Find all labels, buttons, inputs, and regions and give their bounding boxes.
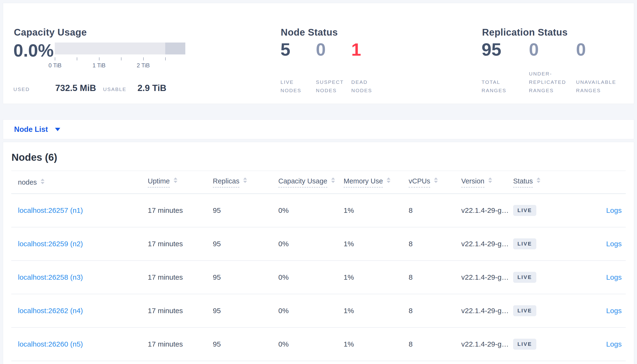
status-badge: LIVE xyxy=(513,339,536,350)
under-replicated-ranges-metric: 0 UNDER-REPLICATED RANGES xyxy=(529,41,572,94)
capacity-bar-dark-segment xyxy=(165,42,185,54)
replicas-cell: 95 xyxy=(213,260,278,294)
unavailable-ranges-label: UNAVAILABLE RANGES xyxy=(576,78,627,94)
column-label: Replicas xyxy=(213,177,239,188)
version-cell: v22.1.4-29-g… xyxy=(461,227,513,260)
table-row: localhost:26257 (n1) 17 minutes 95 0% 1%… xyxy=(11,194,626,227)
capacity-bar: 0 TiB 1 TiB 2 TiB xyxy=(55,42,185,69)
table-row: localhost:26262 (n4) 17 minutes 95 0% 1%… xyxy=(11,294,626,328)
unavailable-ranges-metric: 0 UNAVAILABLE RANGES xyxy=(576,41,627,94)
used-label: USED xyxy=(14,86,30,92)
status-badge: LIVE xyxy=(513,272,536,283)
memory-cell: 1% xyxy=(344,260,409,294)
table-row: localhost:26259 (n2) 17 minutes 95 0% 1%… xyxy=(11,227,626,260)
uptime-cell: 17 minutes xyxy=(148,328,213,361)
status-badge: LIVE xyxy=(513,305,536,316)
sort-icon xyxy=(174,178,177,183)
sort-icon xyxy=(488,178,492,183)
nodes-table-card: Nodes (6) nodes Uptime Replicas xyxy=(3,142,634,364)
tick-label-2tib: 2 TiB xyxy=(137,62,150,69)
node-link[interactable]: localhost:26258 (n3) xyxy=(18,273,83,281)
column-label: Capacity Usage xyxy=(278,177,327,188)
capacity-cell: 0% xyxy=(278,227,344,260)
column-header-memory-use[interactable]: Memory Use xyxy=(344,171,409,194)
node-status-title: Node Status xyxy=(281,27,338,38)
version-cell: v22.1.4-29-g… xyxy=(461,194,513,227)
table-row: localhost:26258 (n3) 17 minutes 95 0% 1%… xyxy=(11,260,626,294)
suspect-nodes-label: SUSPECT NODES xyxy=(316,78,345,94)
capacity-percent-value: 0.0% xyxy=(14,40,54,61)
total-ranges-label: TOTAL RANGES xyxy=(482,78,515,94)
node-link[interactable]: localhost:26260 (n5) xyxy=(18,340,83,348)
node-link[interactable]: localhost:26257 (n1) xyxy=(18,206,83,214)
column-label: Memory Use xyxy=(344,177,383,188)
column-label: Status xyxy=(513,177,533,188)
capacity-axis-labels: 0 TiB 1 TiB 2 TiB xyxy=(55,62,185,69)
sort-icon xyxy=(537,178,540,183)
vcpus-cell: 8 xyxy=(409,294,461,328)
tick-label-0tib: 0 TiB xyxy=(49,62,62,69)
column-header-replicas[interactable]: Replicas xyxy=(213,171,278,194)
nodes-table: nodes Uptime Replicas Capacity Usage Mem… xyxy=(11,170,626,361)
cluster-summary-card: Capacity Usage 0.0% 0 TiB 1 TiB 2 TiB US… xyxy=(3,3,634,104)
node-link[interactable]: localhost:26259 (n2) xyxy=(18,240,83,248)
logs-link[interactable]: Logs xyxy=(606,273,622,281)
version-cell: v22.1.4-29-g… xyxy=(461,328,513,361)
logs-link[interactable]: Logs xyxy=(606,240,622,248)
uptime-cell: 17 minutes xyxy=(148,194,213,227)
uptime-cell: 17 minutes xyxy=(148,227,213,260)
logs-link[interactable]: Logs xyxy=(606,307,622,314)
live-nodes-value: 5 xyxy=(280,41,309,58)
replication-status-title: Replication Status xyxy=(482,27,568,38)
unavailable-ranges-value: 0 xyxy=(576,41,627,58)
memory-cell: 1% xyxy=(344,328,409,361)
vcpus-cell: 8 xyxy=(409,328,461,361)
vcpus-cell: 8 xyxy=(409,260,461,294)
dead-nodes-value: 1 xyxy=(351,41,380,58)
column-header-status[interactable]: Status xyxy=(513,171,570,194)
column-header-nodes[interactable]: nodes xyxy=(11,171,148,194)
status-badge: LIVE xyxy=(513,238,536,249)
capacity-bar-track xyxy=(55,42,185,54)
live-nodes-label: LIVE NODES xyxy=(280,78,309,94)
vcpus-cell: 8 xyxy=(409,227,461,260)
sort-icon xyxy=(331,178,335,183)
under-replicated-ranges-value: 0 xyxy=(529,41,572,58)
cluster-overview-page: { "summary": { "capacity": { "title": "C… xyxy=(0,0,637,364)
replicas-cell: 95 xyxy=(213,294,278,328)
nodes-table-title: Nodes (6) xyxy=(12,152,57,163)
live-nodes-metric: 5 LIVE NODES xyxy=(280,41,309,94)
logs-link[interactable]: Logs xyxy=(606,206,622,214)
total-ranges-value: 95 xyxy=(482,41,515,58)
sort-icon xyxy=(41,179,45,184)
column-label: Uptime xyxy=(148,177,170,188)
status-badge: LIVE xyxy=(513,205,536,216)
under-replicated-ranges-label: UNDER-REPLICATED RANGES xyxy=(529,70,572,94)
column-header-uptime[interactable]: Uptime xyxy=(148,171,213,194)
replicas-cell: 95 xyxy=(213,328,278,361)
logs-link[interactable]: Logs xyxy=(606,340,622,348)
column-header-version[interactable]: Version xyxy=(461,171,513,194)
column-header-logs xyxy=(570,171,626,194)
memory-cell: 1% xyxy=(344,227,409,260)
replicas-cell: 95 xyxy=(213,227,278,260)
chevron-down-icon xyxy=(55,128,60,131)
node-list-dropdown[interactable]: Node List xyxy=(14,125,60,134)
sort-icon xyxy=(387,178,391,183)
suspect-nodes-value: 0 xyxy=(316,41,345,58)
memory-cell: 1% xyxy=(344,194,409,227)
capacity-cell: 0% xyxy=(278,194,344,227)
version-cell: v22.1.4-29-g… xyxy=(461,260,513,294)
version-cell: v22.1.4-29-g… xyxy=(461,294,513,328)
dead-nodes-label: DEAD NODES xyxy=(351,78,380,94)
usable-label: USABLE xyxy=(103,86,127,92)
node-link[interactable]: localhost:26262 (n4) xyxy=(18,307,83,314)
capacity-axis-ticks xyxy=(55,57,185,61)
column-header-capacity-usage[interactable]: Capacity Usage xyxy=(278,171,344,194)
column-header-vcpus[interactable]: vCPUs xyxy=(409,171,461,194)
sort-icon xyxy=(434,178,438,183)
memory-cell: 1% xyxy=(344,294,409,328)
sort-icon xyxy=(243,178,247,183)
suspect-nodes-metric: 0 SUSPECT NODES xyxy=(316,41,345,94)
column-label: Version xyxy=(461,177,484,188)
